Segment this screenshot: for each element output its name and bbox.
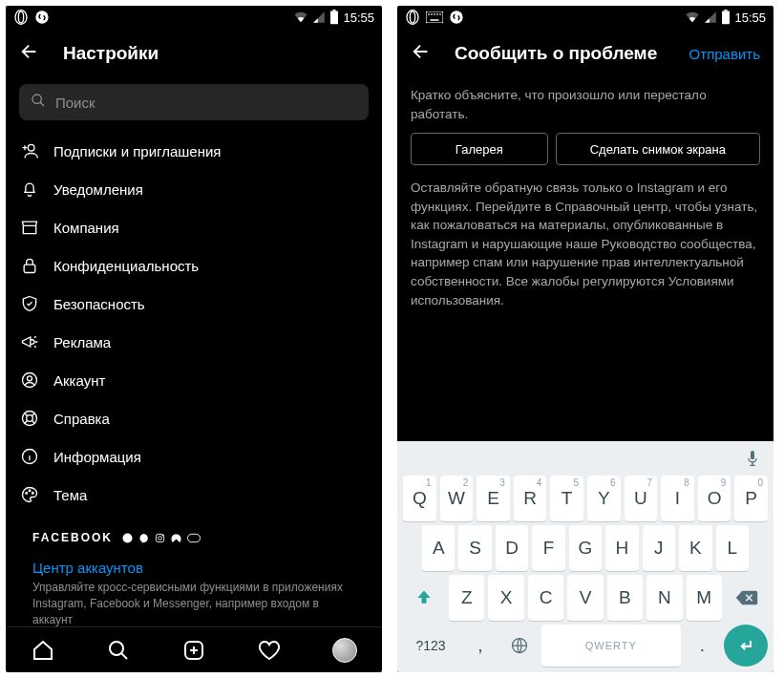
- phone-report: 15:55 Сообщить о проблеме Отправить Крат…: [397, 6, 773, 672]
- back-icon[interactable]: [411, 41, 432, 66]
- svg-point-19: [162, 535, 163, 536]
- setting-security[interactable]: Безопасность: [19, 285, 369, 323]
- symbols-key[interactable]: ?123: [403, 625, 458, 667]
- signal-icon: [704, 11, 717, 24]
- setting-label: Справка: [53, 411, 110, 427]
- key-n[interactable]: N: [646, 575, 682, 621]
- key-t[interactable]: T5: [550, 476, 583, 521]
- back-icon[interactable]: [19, 41, 40, 66]
- lock-icon: [19, 256, 40, 275]
- key-c[interactable]: C: [528, 575, 563, 621]
- svg-rect-20: [187, 534, 200, 541]
- svg-rect-29: [436, 13, 438, 15]
- battery-icon: [721, 10, 731, 25]
- svg-rect-27: [431, 13, 433, 15]
- shazam-icon: [449, 10, 464, 25]
- report-hint: Кратко объясните, что произошло или пере…: [411, 86, 760, 123]
- key-y[interactable]: Y6: [587, 476, 621, 521]
- setting-business[interactable]: Компания: [19, 208, 369, 246]
- wifi-icon: [293, 11, 308, 24]
- search-input[interactable]: [55, 95, 357, 111]
- key-r[interactable]: R4: [514, 476, 547, 521]
- key-q[interactable]: Q1: [403, 476, 436, 521]
- send-button[interactable]: Отправить: [689, 46, 760, 62]
- keyboard-row-1: Q1 W2 E3 R4 T5 Y6 U7 I8 O9 P0: [401, 474, 770, 523]
- accounts-center-link[interactable]: Центр аккаунтов: [19, 550, 369, 580]
- period-key[interactable]: .: [685, 625, 720, 667]
- key-x[interactable]: X: [488, 575, 523, 621]
- enter-key[interactable]: [724, 625, 768, 667]
- svg-point-21: [110, 642, 123, 655]
- key-z[interactable]: Z: [449, 575, 484, 621]
- mic-icon[interactable]: [745, 449, 760, 472]
- wifi-icon: [685, 11, 700, 24]
- key-f[interactable]: F: [532, 525, 564, 571]
- setting-label: Безопасность: [53, 296, 145, 312]
- key-s[interactable]: S: [458, 525, 491, 571]
- svg-point-13: [26, 493, 28, 495]
- nav-activity-icon[interactable]: [257, 638, 282, 663]
- setting-account[interactable]: Аккаунт: [19, 361, 369, 399]
- soft-keyboard: Q1 W2 E3 R4 T5 Y6 U7 I8 O9 P0 A S D F G …: [397, 441, 773, 672]
- opera-icon: [405, 10, 420, 25]
- palette-icon: [19, 485, 40, 504]
- facebook-product-icons: [122, 533, 201, 543]
- key-j[interactable]: J: [643, 525, 675, 571]
- setting-label: Тема: [53, 487, 87, 503]
- nav-search-icon[interactable]: [106, 638, 131, 663]
- screenshot-button[interactable]: Сделать снимок экрана: [556, 133, 760, 165]
- key-i[interactable]: I8: [661, 476, 694, 521]
- svg-rect-33: [722, 11, 730, 25]
- key-b[interactable]: B: [607, 575, 643, 621]
- svg-point-18: [159, 536, 162, 540]
- backspace-key[interactable]: [726, 575, 768, 621]
- key-v[interactable]: V: [567, 575, 603, 621]
- comma-key[interactable]: ,: [462, 625, 498, 667]
- facebook-description: Управляйте кросс-сервисными функциями в …: [19, 580, 369, 626]
- setting-help[interactable]: Справка: [19, 399, 369, 437]
- space-key[interactable]: QWERTY: [541, 625, 681, 667]
- key-k[interactable]: K: [679, 525, 711, 571]
- key-g[interactable]: G: [569, 525, 602, 571]
- shift-key[interactable]: [403, 575, 445, 621]
- status-time: 15:55: [734, 11, 766, 25]
- setting-notifications[interactable]: Уведомления: [19, 170, 369, 208]
- nav-profile-avatar[interactable]: [332, 638, 357, 663]
- add-user-icon: [19, 141, 40, 160]
- key-e[interactable]: E3: [477, 476, 510, 521]
- setting-privacy[interactable]: Конфиденциальность: [19, 246, 369, 285]
- key-p[interactable]: P0: [734, 476, 768, 521]
- setting-label: Реклама: [53, 334, 111, 350]
- keyboard-row-2: A S D F G H J K L: [401, 523, 770, 573]
- key-o[interactable]: O9: [698, 476, 731, 521]
- setting-ads[interactable]: Реклама: [19, 323, 369, 361]
- status-time: 15:55: [343, 11, 374, 25]
- setting-about[interactable]: Информация: [19, 437, 369, 476]
- key-u[interactable]: U7: [625, 476, 658, 521]
- report-header: Сообщить о проблеме Отправить: [397, 29, 773, 78]
- shazam-icon: [34, 10, 50, 25]
- key-m[interactable]: M: [687, 575, 722, 621]
- battery-icon: [329, 10, 339, 25]
- key-a[interactable]: A: [422, 525, 455, 571]
- language-key[interactable]: [502, 625, 538, 667]
- svg-point-15: [32, 493, 34, 495]
- nav-home-icon[interactable]: [31, 638, 55, 663]
- setting-follow-invite[interactable]: Подписки и приглашения: [19, 132, 369, 170]
- setting-theme[interactable]: Тема: [19, 476, 369, 514]
- facebook-section: FACEBOOK: [19, 514, 369, 550]
- key-d[interactable]: D: [496, 525, 528, 571]
- settings-list: Подписки и приглашения Уведомления Компа…: [6, 132, 382, 626]
- keyboard-row-4: ?123 , QWERTY .: [401, 623, 770, 668]
- nav-create-icon[interactable]: [181, 638, 206, 663]
- gallery-button[interactable]: Галерея: [411, 133, 548, 165]
- key-h[interactable]: H: [605, 525, 638, 571]
- search-field[interactable]: [19, 84, 369, 120]
- svg-rect-31: [431, 19, 439, 21]
- setting-label: Компания: [53, 220, 119, 236]
- svg-rect-7: [24, 265, 35, 272]
- svg-rect-28: [434, 13, 435, 15]
- setting-label: Уведомления: [53, 181, 143, 198]
- svg-point-24: [410, 11, 414, 23]
- key-w[interactable]: W2: [440, 476, 474, 521]
